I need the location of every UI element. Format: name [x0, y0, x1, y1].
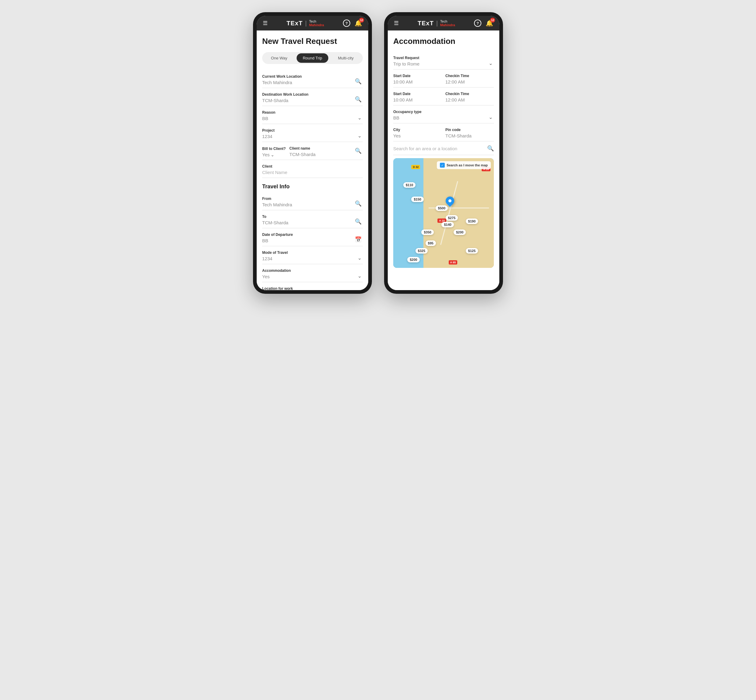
checkin-time-label-2: Checkin Time	[445, 92, 494, 96]
pincode-label: Pin code	[445, 128, 494, 132]
calendar-icon[interactable]: 📅	[355, 236, 362, 243]
accommodation-value[interactable]: Yes	[262, 274, 269, 279]
round-trip-btn[interactable]: Round Trip	[297, 53, 328, 63]
project-value[interactable]: 1234	[262, 134, 272, 139]
client-name-value[interactable]: TCM-Sharda	[289, 152, 316, 157]
date-time-row-1: Start Date 10:00 AM Checkin Time 12:00 A…	[393, 70, 494, 88]
current-work-location-label: Current Work Location	[262, 74, 363, 79]
client-field: Client Client Name	[262, 161, 363, 178]
notification-badge-right: 12	[490, 18, 495, 23]
location-search-icon[interactable]: 🔍	[487, 145, 494, 152]
bell-container-right[interactable]: 🔔 12	[485, 19, 493, 27]
start-date-value-2[interactable]: 10:00 AM	[393, 97, 412, 102]
map-land	[423, 158, 494, 268]
reason-label: Reason	[262, 110, 363, 115]
pincode-value[interactable]: TCM-Sharda	[445, 133, 471, 138]
road-badge-a65: A 65	[449, 260, 457, 264]
price-pin-190[interactable]: $190	[466, 219, 478, 224]
brand-name-right: Tech	[440, 19, 455, 23]
mode-of-travel-chevron-icon[interactable]: ⌄	[358, 255, 362, 261]
one-way-btn[interactable]: One Way	[263, 53, 295, 63]
notification-badge: 12	[359, 18, 364, 23]
occupancy-type-field: Occupancy type BB ⌄	[393, 106, 494, 123]
start-date-value-1[interactable]: 10:00 AM	[393, 79, 412, 84]
occupancy-type-label: Occupancy type	[393, 110, 494, 114]
bill-to-client-value: Yes	[262, 152, 269, 157]
destination-search-icon[interactable]: 🔍	[355, 96, 362, 103]
occupancy-chevron-icon[interactable]: ⌄	[489, 114, 493, 120]
help-icon[interactable]: ?	[343, 19, 350, 27]
location-search-field[interactable]: Search for an area or a location 🔍	[393, 142, 494, 155]
destination-work-location-label: Destination Work Location	[262, 92, 363, 97]
page-title-left: New Travel Request	[262, 37, 363, 46]
project-chevron-icon[interactable]: ⌄	[358, 133, 362, 139]
search-as-move-checkbox[interactable]: ✓	[440, 163, 445, 167]
price-pin-140[interactable]: $140	[441, 222, 454, 227]
mode-of-travel-field: Mode of Travel 1234 ⌄	[262, 247, 363, 264]
checkin-time-label-1: Checkin Time	[445, 74, 494, 78]
price-pin-200-bot[interactable]: $200	[407, 257, 419, 262]
client-name-label: Client name	[289, 146, 363, 150]
left-content: New Travel Request One Way Round Trip Mu…	[257, 30, 368, 290]
current-work-location-field: Current Work Location Tech Mahindra 🔍	[262, 71, 363, 88]
from-search-icon[interactable]: 🔍	[355, 200, 362, 207]
price-pin-125[interactable]: $125	[466, 248, 478, 253]
to-value[interactable]: TCM-Sharda	[262, 220, 288, 225]
search-as-move-row[interactable]: ✓ Search as I move the map	[437, 161, 491, 169]
mode-of-travel-value[interactable]: 1234	[262, 256, 272, 261]
price-pin-200-mid[interactable]: $200	[454, 230, 466, 235]
client-name-search-icon[interactable]: 🔍	[355, 147, 362, 154]
price-pin-500[interactable]: $500	[436, 205, 448, 211]
price-pin-150[interactable]: $150	[411, 197, 423, 202]
departure-date-value[interactable]: BB	[262, 238, 268, 243]
checkin-time-value-2[interactable]: 12:00 AM	[445, 97, 465, 102]
start-date-label-1: Start Date	[393, 74, 442, 78]
bell-container[interactable]: 🔔 12	[355, 19, 362, 27]
price-pin-275[interactable]: $275	[446, 215, 458, 220]
to-search-icon[interactable]: 🔍	[355, 218, 362, 225]
logo-text-right: TExT	[418, 20, 434, 27]
reason-field: Reason BB ⌄	[262, 107, 363, 124]
brand-name: Tech	[309, 19, 324, 23]
project-label: Project	[262, 128, 363, 133]
checkin-time-value-1[interactable]: 12:00 AM	[445, 79, 465, 84]
city-value[interactable]: Yes	[393, 133, 401, 138]
client-value[interactable]: Client Name	[262, 170, 288, 175]
price-pin-95[interactable]: $95	[426, 241, 436, 246]
mode-of-travel-label: Mode of Travel	[262, 250, 363, 255]
reason-value[interactable]: BB	[262, 116, 268, 121]
departure-date-label: Date of Departure	[262, 233, 363, 237]
hamburger-icon[interactable]: ☰	[263, 20, 268, 27]
top-bar-left: ☰ TExT | Tech Mahindra ? 🔔 12	[257, 16, 368, 30]
brand-sub: Mahindra	[309, 23, 324, 27]
departure-date-field: Date of Departure BB 📅	[262, 229, 363, 246]
price-pin-350[interactable]: $350	[421, 230, 434, 235]
logo-text: TExT	[286, 20, 303, 27]
multi-city-btn[interactable]: Multi-city	[330, 53, 362, 63]
to-field: To TCM-Sharda 🔍	[262, 211, 363, 228]
current-work-location-search-icon[interactable]: 🔍	[355, 78, 362, 85]
map-container[interactable]: D 32 A 10 A 10 A 65 $110 $150 $500 $275 …	[393, 158, 494, 268]
hamburger-icon-right[interactable]: ☰	[394, 20, 399, 27]
destination-work-location-value[interactable]: TCM-Sharda	[262, 98, 288, 103]
travel-request-field: Travel Request Trip to Rome ⌄	[393, 52, 494, 69]
travel-request-chevron-icon[interactable]: ⌄	[489, 60, 493, 66]
right-phone: ☰ TExT | Tech Mahindra ? 🔔 12 Accommodat…	[384, 12, 503, 294]
occupancy-type-value[interactable]: BB	[393, 115, 399, 120]
bill-to-client-chevron: ⌄	[271, 152, 274, 157]
top-bar-icons: ? 🔔 12	[343, 19, 362, 27]
to-label: To	[262, 214, 363, 219]
accommodation-chevron-icon[interactable]: ⌄	[358, 273, 362, 279]
current-work-location-value[interactable]: Tech Mahindra	[262, 80, 292, 85]
price-pin-110[interactable]: $110	[403, 182, 415, 188]
from-label: From	[262, 197, 363, 201]
help-icon-right[interactable]: ?	[474, 19, 481, 27]
reason-chevron-icon[interactable]: ⌄	[358, 115, 362, 121]
right-content: Accommodation Travel Request Trip to Rom…	[388, 30, 499, 290]
top-bar-right: ☰ TExT | Tech Mahindra ? 🔔 12	[388, 16, 499, 30]
bill-to-client-field: Bill to Client? Yes ⌄ Client name TCM-Sh…	[262, 143, 363, 160]
from-value[interactable]: Tech Mahindra	[262, 202, 292, 207]
travel-request-value[interactable]: Trip to Rome	[393, 61, 419, 66]
bill-to-client-select[interactable]: Yes ⌄	[262, 152, 286, 157]
price-pin-325[interactable]: $325	[415, 248, 428, 253]
